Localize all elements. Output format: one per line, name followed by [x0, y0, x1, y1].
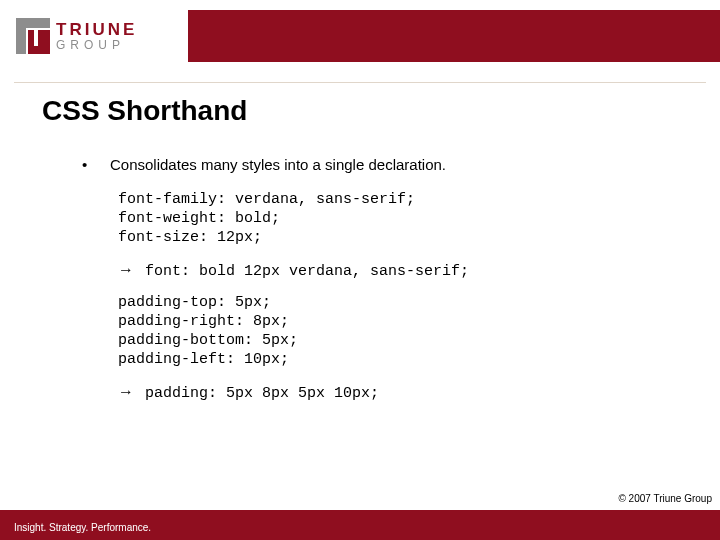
logo-icon — [16, 18, 50, 54]
divider — [14, 82, 706, 83]
brand-name: TRIUNE — [56, 21, 137, 38]
code-block-1: font-family: verdana, sans-serif; font-w… — [118, 191, 680, 247]
logo-text: TRIUNE GROUP — [56, 21, 137, 51]
tagline: Insight. Strategy. Performance. — [14, 522, 151, 533]
svg-rect-3 — [34, 30, 38, 46]
bullet-text: Consolidates many styles into a single d… — [110, 156, 446, 173]
shorthand-line-2: → padding: 5px 8px 5px 10px; — [118, 383, 680, 402]
shorthand-line-1: → font: bold 12px verdana, sans-serif; — [118, 261, 680, 280]
code-block-2: padding-top: 5px; padding-right: 8px; pa… — [118, 294, 680, 369]
svg-rect-2 — [28, 30, 50, 54]
slide-title: CSS Shorthand — [42, 95, 247, 127]
svg-rect-1 — [16, 18, 50, 28]
logo: TRIUNE GROUP — [14, 14, 186, 58]
content: • Consolidates many styles into a single… — [82, 156, 680, 416]
arrow-icon: → — [118, 261, 136, 279]
header-red-bar — [188, 10, 720, 62]
copyright: © 2007 Triune Group — [618, 493, 712, 504]
brand-sub: GROUP — [56, 39, 137, 51]
arrow-icon: → — [118, 383, 136, 401]
bullet-row: • Consolidates many styles into a single… — [82, 156, 680, 173]
footer-bar: Insight. Strategy. Performance. — [0, 510, 720, 540]
shorthand-2: padding: 5px 8px 5px 10px; — [145, 385, 379, 402]
shorthand-1: font: bold 12px verdana, sans-serif; — [145, 263, 469, 280]
header: TRIUNE GROUP — [0, 0, 720, 66]
bullet-icon: • — [82, 156, 110, 173]
